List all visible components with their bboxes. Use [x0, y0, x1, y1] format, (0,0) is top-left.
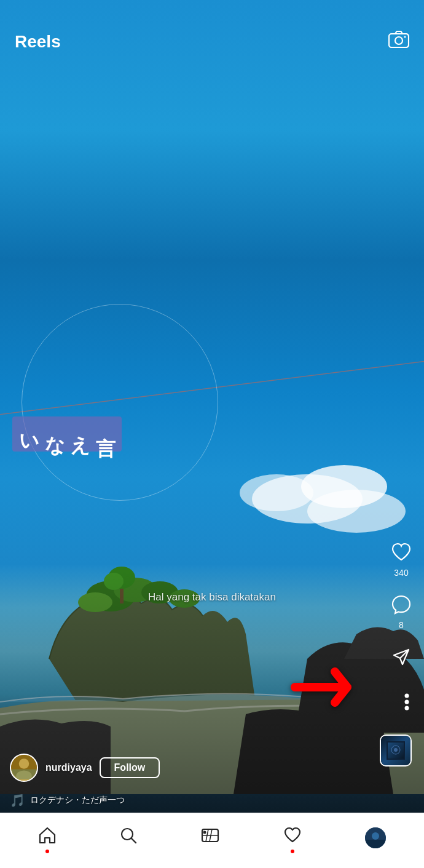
- share-button[interactable]: [391, 647, 411, 671]
- heart-icon: [391, 543, 412, 565]
- comment-button[interactable]: 8: [391, 595, 411, 630]
- nav-search[interactable]: [110, 822, 147, 853]
- music-icon: 🎵: [10, 793, 25, 808]
- svg-point-15: [404, 36, 406, 38]
- home-dot: [45, 850, 49, 853]
- svg-line-28: [132, 838, 136, 843]
- nav-activity[interactable]: [273, 822, 312, 853]
- svg-point-18: [405, 706, 409, 711]
- action-buttons: 340 8: [391, 543, 412, 671]
- japanese-chars: 言えない: [12, 416, 122, 452]
- comment-icon: [391, 595, 411, 618]
- home-icon: [38, 827, 57, 848]
- music-text: ロクデナシ・ただ声一つ: [30, 795, 125, 806]
- like-button[interactable]: 340: [391, 543, 412, 578]
- header: Reels: [0, 0, 424, 62]
- svg-rect-26: [11, 770, 37, 779]
- more-options-button[interactable]: [404, 692, 409, 715]
- svg-rect-13: [389, 34, 409, 47]
- nav-reels[interactable]: [191, 822, 229, 853]
- svg-point-17: [405, 700, 409, 704]
- japanese-text-overlay: 言えない: [12, 416, 122, 452]
- svg-point-16: [405, 694, 409, 698]
- page-title: Reels: [15, 32, 61, 52]
- like-count: 340: [394, 568, 408, 578]
- bottom-nav: [0, 813, 424, 868]
- avatar[interactable]: [10, 754, 38, 782]
- music-bar: 🎵 ロクデナシ・ただ声一つ: [10, 793, 125, 808]
- svg-point-14: [395, 37, 402, 44]
- nav-profile[interactable]: [355, 822, 396, 853]
- follow-button[interactable]: Follow: [100, 757, 160, 778]
- screen: Reels 言えない Hal yang tak bisa dikatakan: [0, 0, 424, 868]
- subtitle-text: Hal yang tak bisa dikatakan: [0, 591, 424, 603]
- reels-icon: [201, 827, 219, 848]
- profile-avatar: [365, 827, 386, 848]
- camera-icon[interactable]: [388, 31, 409, 52]
- comment-count: 8: [399, 620, 404, 630]
- svg-point-24: [19, 759, 29, 768]
- nav-home[interactable]: [28, 822, 66, 853]
- svg-point-33: [372, 832, 379, 840]
- send-icon: [391, 647, 411, 671]
- user-bar: nurdiyaya Follow: [0, 754, 424, 782]
- activity-dot: [291, 850, 294, 853]
- username: nurdiyaya: [45, 762, 92, 773]
- activity-heart-icon: [283, 827, 302, 848]
- svg-point-30: [203, 831, 206, 834]
- svg-rect-32: [365, 840, 386, 848]
- search-icon: [120, 827, 137, 848]
- svg-point-22: [394, 748, 398, 752]
